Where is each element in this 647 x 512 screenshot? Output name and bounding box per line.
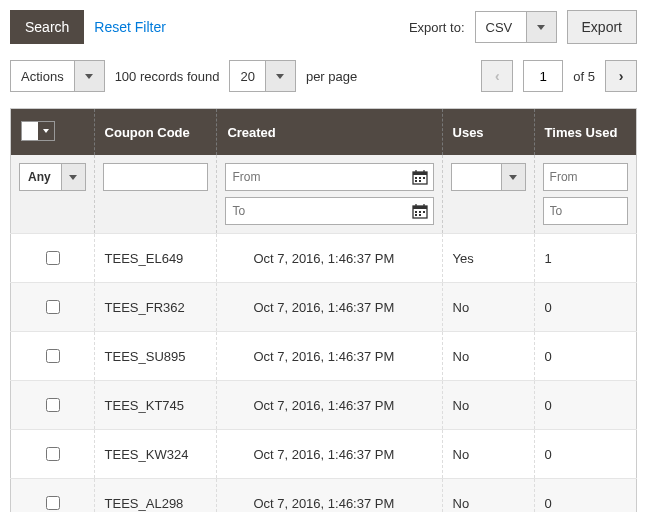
chevron-left-icon: ‹ [495,68,500,84]
export-format-value: CSV [476,12,526,42]
svg-rect-14 [419,211,421,213]
cell-created: Oct 7, 2016, 1:46:37 PM [217,283,442,332]
svg-rect-6 [423,177,425,179]
svg-rect-10 [413,206,427,209]
filter-times-to-input[interactable] [543,197,628,225]
filter-uses-cell [442,155,534,234]
row-checkbox[interactable] [46,447,60,461]
chevron-down-icon [74,61,104,91]
checkbox-icon [22,122,38,140]
chevron-down-icon [526,12,556,42]
row-checkbox[interactable] [46,300,60,314]
cell-uses: Yes [442,234,534,283]
next-page-button[interactable]: › [605,60,637,92]
top-toolbar: Search Reset Filter Export to: CSV Expor… [10,10,637,44]
cell-created: Oct 7, 2016, 1:46:37 PM [217,332,442,381]
cell-times-used: 0 [534,430,636,479]
svg-rect-5 [419,177,421,179]
filter-created-cell [217,155,442,234]
row-checkbox[interactable] [46,496,60,510]
filter-uses-value [452,164,501,190]
cell-coupon-code: TEES_KW324 [94,430,217,479]
row-checkbox[interactable] [46,398,60,412]
filter-any-select[interactable]: Any [19,163,86,191]
cell-uses: No [442,332,534,381]
header-uses[interactable]: Uses [442,109,534,156]
filter-times-cell [534,155,636,234]
row-checkbox[interactable] [46,251,60,265]
cell-coupon-code: TEES_AL298 [94,479,217,513]
filter-uses-select[interactable] [451,163,526,191]
cell-created: Oct 7, 2016, 1:46:37 PM [217,430,442,479]
actions-label: Actions [11,61,74,91]
search-button[interactable]: Search [10,10,84,44]
header-created[interactable]: Created [217,109,442,156]
chevron-right-icon: › [619,68,624,84]
filter-created-to-input[interactable] [226,198,406,224]
cell-uses: No [442,283,534,332]
header-select-all[interactable] [11,109,95,156]
cell-coupon-code: TEES_KT745 [94,381,217,430]
header-coupon-code[interactable]: Coupon Code [94,109,217,156]
table-row: TEES_KW324Oct 7, 2016, 1:46:37 PMNo0 [11,430,637,479]
per-page-value: 20 [230,61,264,91]
cell-created: Oct 7, 2016, 1:46:37 PM [217,381,442,430]
cell-times-used: 1 [534,234,636,283]
filter-coupon-cell [94,155,217,234]
prev-page-button[interactable]: ‹ [481,60,513,92]
svg-rect-15 [423,211,425,213]
table-row: TEES_FR362Oct 7, 2016, 1:46:37 PMNo0 [11,283,637,332]
svg-rect-16 [415,214,417,216]
filter-any-value: Any [20,164,61,190]
cell-uses: No [442,479,534,513]
cell-coupon-code: TEES_SU895 [94,332,217,381]
svg-rect-13 [415,211,417,213]
chevron-down-icon [38,122,54,140]
cell-created: Oct 7, 2016, 1:46:37 PM [217,479,442,513]
filter-created-from-input[interactable] [226,164,406,190]
filter-coupon-input[interactable] [103,163,209,191]
cell-coupon-code: TEES_EL649 [94,234,217,283]
per-page-label: per page [306,69,357,84]
filter-created-to[interactable] [225,197,433,225]
filter-select-cell: Any [11,155,95,234]
export-button[interactable]: Export [567,10,637,44]
chevron-down-icon [501,164,525,190]
svg-rect-4 [415,177,417,179]
filter-times-from-input[interactable] [543,163,628,191]
table-row: TEES_SU895Oct 7, 2016, 1:46:37 PMNo0 [11,332,637,381]
export-format-select[interactable]: CSV [475,11,557,43]
coupon-grid: Coupon Code Created Uses Times Used Any [10,108,637,512]
filter-created-from[interactable] [225,163,433,191]
table-row: TEES_EL649Oct 7, 2016, 1:46:37 PMYes1 [11,234,637,283]
table-row: TEES_KT745Oct 7, 2016, 1:46:37 PMNo0 [11,381,637,430]
cell-times-used: 0 [534,283,636,332]
svg-rect-1 [413,172,427,175]
cell-coupon-code: TEES_FR362 [94,283,217,332]
svg-rect-8 [419,180,421,182]
records-found-label: 100 records found [115,69,220,84]
header-times-used[interactable]: Times Used [534,109,636,156]
per-page-select[interactable]: 20 [229,60,295,92]
actions-select[interactable]: Actions [10,60,105,92]
cell-times-used: 0 [534,479,636,513]
chevron-down-icon [265,61,295,91]
cell-created: Oct 7, 2016, 1:46:37 PM [217,234,442,283]
cell-times-used: 0 [534,381,636,430]
svg-rect-17 [419,214,421,216]
chevron-down-icon [61,164,85,190]
cell-uses: No [442,381,534,430]
grid-toolbar: Actions 100 records found 20 per page ‹ … [10,60,637,92]
cell-times-used: 0 [534,332,636,381]
calendar-icon[interactable] [407,169,433,185]
page-number-input[interactable] [523,60,563,92]
page-of-label: of 5 [573,69,595,84]
reset-filter-link[interactable]: Reset Filter [94,19,166,35]
calendar-icon[interactable] [407,203,433,219]
table-row: TEES_AL298Oct 7, 2016, 1:46:37 PMNo0 [11,479,637,513]
cell-uses: No [442,430,534,479]
row-checkbox[interactable] [46,349,60,363]
svg-rect-7 [415,180,417,182]
export-to-label: Export to: [409,20,465,35]
